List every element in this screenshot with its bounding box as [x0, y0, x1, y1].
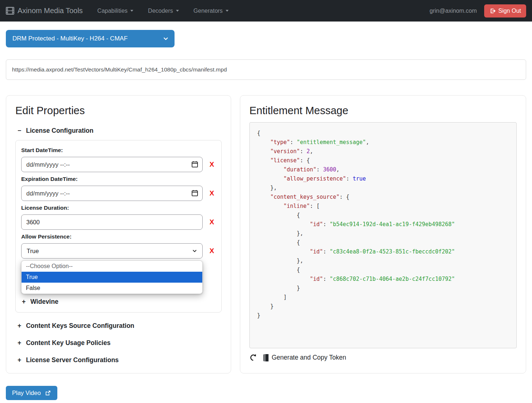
calendar-icon[interactable] — [191, 161, 198, 168]
start-datetime-row: X — [21, 157, 216, 172]
user-email: grin@axinom.com — [430, 8, 477, 14]
section-widevine[interactable]: + Widevine — [21, 298, 216, 306]
select-chevron-icon — [192, 248, 197, 253]
token-actions-row: Generate and Copy Token — [249, 354, 517, 361]
license-configuration-panel: Start DateTime: X — [15, 140, 222, 313]
allow-persistence-select[interactable]: True — [21, 243, 203, 259]
collapse-minus-icon: − — [18, 127, 21, 135]
caret-down-icon — [130, 10, 133, 12]
section-widevine-label: Widevine — [30, 298, 58, 306]
license-duration-row: X — [21, 214, 216, 230]
allow-persistence-option-choose[interactable]: --Choose Option-- — [22, 261, 202, 272]
external-link-icon — [45, 390, 51, 396]
chevron-down-icon — [163, 36, 169, 42]
film-icon — [6, 7, 14, 15]
entitlement-message-card: Entitlement Message { "type": "entitleme… — [240, 95, 526, 373]
nav-menu-capabilities[interactable]: Capabilities — [97, 8, 134, 14]
edit-properties-card: Edit Properties − License Configuration … — [6, 95, 231, 373]
clear-expiration-datetime-button[interactable]: X — [208, 189, 216, 197]
entitlement-message-title: Entitlement Message — [249, 105, 517, 117]
allow-persistence-dropdown: --Choose Option-- True False — [21, 260, 203, 294]
generate-copy-token-button[interactable]: Generate and Copy Token — [263, 354, 346, 361]
section-license-configuration[interactable]: − License Configuration — [15, 127, 222, 135]
play-video-button[interactable]: Play Video — [6, 386, 57, 400]
edit-properties-title: Edit Properties — [15, 105, 222, 117]
expand-plus-icon: + — [18, 356, 21, 364]
expiration-datetime-row: X — [21, 186, 216, 201]
sign-out-button[interactable]: Sign Out — [484, 4, 526, 18]
section-license-server-configurations-label: License Server Configurations — [26, 356, 119, 364]
nav-menus: Capabilities Decoders Generators — [97, 8, 229, 14]
test-vector-select[interactable]: DRM Protected - MultiKey - H264 - CMAF — [6, 30, 175, 47]
clear-license-duration-button[interactable]: X — [208, 218, 216, 226]
license-duration-label: License Duration: — [21, 205, 216, 211]
section-content-keys-source-configuration-label: Content Keys Source Configuration — [26, 322, 134, 330]
allow-persistence-row: True --Choose Option-- True False — [21, 243, 216, 259]
caret-down-icon — [176, 10, 179, 12]
allow-persistence-selected-value: True — [27, 248, 39, 255]
section-content-key-usage-policies[interactable]: + Content Key Usage Policies — [15, 339, 222, 347]
main-content: DRM Protected - MultiKey - H264 - CMAF h… — [0, 30, 532, 400]
caret-down-icon — [226, 10, 229, 12]
allow-persistence-option-true[interactable]: True — [22, 272, 202, 283]
test-vector-selected-label: DRM Protected - MultiKey - H264 - CMAF — [12, 35, 128, 42]
expiration-datetime-input[interactable] — [21, 186, 203, 201]
sign-out-label: Sign Out — [498, 8, 521, 14]
nav-menu-decoders-label: Decoders — [148, 8, 173, 14]
content-panels: Edit Properties − License Configuration … — [6, 95, 526, 373]
app-title: Axinom Media Tools — [18, 7, 83, 15]
entitlement-message-json: { "type": "entitlement_message", "versio… — [249, 122, 517, 348]
nav-menu-capabilities-label: Capabilities — [97, 8, 128, 14]
navbar-right: grin@axinom.com Sign Out — [430, 4, 526, 18]
section-content-key-usage-policies-label: Content Key Usage Policies — [26, 339, 110, 347]
calendar-icon[interactable] — [191, 190, 198, 197]
nav-menu-generators[interactable]: Generators — [194, 8, 229, 14]
license-duration-input[interactable] — [21, 214, 203, 230]
expiration-datetime-label: Expiration DateTime: — [21, 176, 216, 182]
nav-menu-generators-label: Generators — [194, 8, 223, 14]
play-video-label: Play Video — [12, 390, 41, 396]
nav-menu-decoders[interactable]: Decoders — [148, 8, 179, 14]
clear-start-datetime-button[interactable]: X — [208, 160, 216, 168]
section-license-configuration-label: License Configuration — [26, 127, 93, 135]
expand-plus-icon: + — [22, 298, 26, 306]
generate-copy-token-label: Generate and Copy Token — [272, 354, 346, 361]
app-brand[interactable]: Axinom Media Tools — [6, 7, 83, 15]
expand-plus-icon: + — [18, 339, 21, 347]
expand-plus-icon: + — [18, 322, 21, 330]
refresh-token-button[interactable] — [249, 354, 257, 361]
sign-out-icon — [489, 8, 496, 14]
start-datetime-input[interactable] — [21, 157, 203, 172]
allow-persistence-label: Allow Persistence: — [21, 233, 216, 240]
start-datetime-label: Start DateTime: — [21, 147, 216, 154]
clear-allow-persistence-button[interactable]: X — [208, 247, 216, 255]
section-license-server-configurations[interactable]: + License Server Configurations — [15, 356, 222, 364]
refresh-icon — [249, 354, 257, 361]
book-icon — [263, 354, 269, 361]
allow-persistence-option-false[interactable]: False — [22, 283, 202, 294]
section-content-keys-source-configuration[interactable]: + Content Keys Source Configuration — [15, 322, 222, 330]
manifest-url: https://media.axprod.net/TestVectors/Mul… — [6, 59, 526, 80]
navbar: Axinom Media Tools Capabilities Decoders… — [0, 0, 532, 22]
